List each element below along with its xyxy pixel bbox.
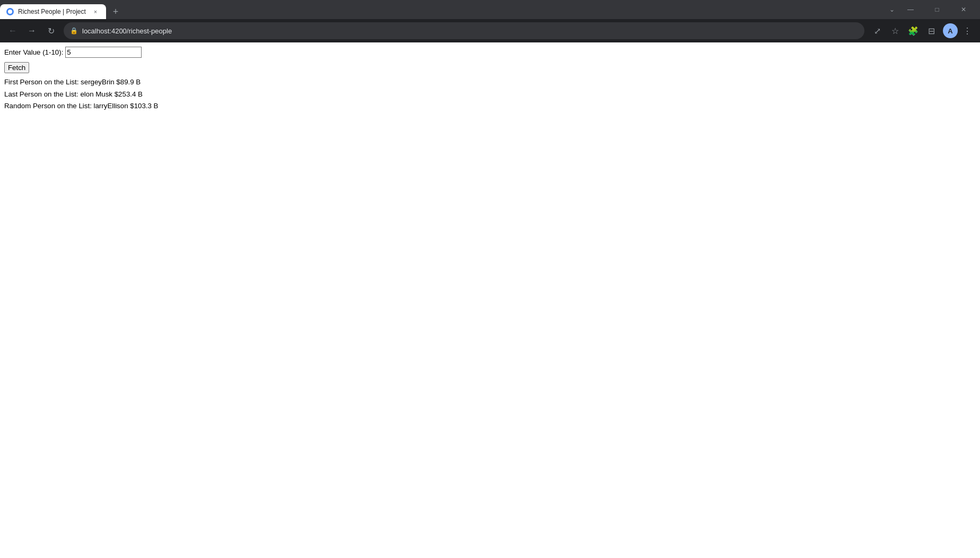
nav-bar: ← → ↻ 🔒 ⤢ ☆ 🧩 ⊟ A ⋮: [0, 19, 980, 42]
lock-icon: 🔒: [70, 27, 78, 34]
bookmark-icon: ☆: [891, 26, 899, 36]
extension-button[interactable]: 🧩: [905, 22, 922, 39]
back-button[interactable]: ←: [4, 22, 21, 39]
first-person-result: First Person on the List: sergeyBrin $89…: [4, 77, 976, 88]
random-person-result: Random Person on the List: larryEllison …: [4, 101, 976, 111]
nav-right-controls: ⤢ ☆ 🧩 ⊟ A ⋮: [869, 22, 976, 39]
new-tab-button[interactable]: +: [108, 4, 123, 19]
sidebar-icon: ⊟: [928, 26, 935, 36]
fetch-button[interactable]: Fetch: [4, 62, 29, 73]
close-button[interactable]: ✕: [951, 2, 976, 17]
tab-bar-controls: ⌄ — □ ✕: [888, 2, 980, 19]
maximize-button[interactable]: □: [925, 2, 949, 17]
url-input[interactable]: [82, 27, 858, 35]
profile-button[interactable]: A: [943, 23, 958, 38]
page-content: Enter Value (1-10): Fetch First Person o…: [0, 42, 980, 558]
menu-icon: ⋮: [963, 26, 972, 36]
reload-icon: ↻: [48, 26, 55, 36]
forward-icon: →: [28, 26, 36, 36]
tab-title: Richest People | Project: [18, 8, 87, 15]
share-button[interactable]: ⤢: [869, 22, 886, 39]
share-icon: ⤢: [874, 26, 881, 36]
input-row: Enter Value (1-10):: [4, 47, 976, 58]
address-bar[interactable]: 🔒: [64, 22, 864, 39]
tab-bar: Richest People | Project × + ⌄ — □ ✕: [0, 0, 980, 19]
last-person-result: Last Person on the List: elon Musk $253.…: [4, 90, 976, 100]
tab-favicon-icon: [6, 8, 14, 15]
input-label: Enter Value (1-10):: [4, 48, 63, 56]
back-icon: ←: [8, 26, 17, 36]
active-tab[interactable]: Richest People | Project ×: [0, 4, 106, 19]
extension-icon: 🧩: [908, 26, 918, 36]
value-input[interactable]: [65, 47, 142, 58]
browser-chrome: Richest People | Project × + ⌄ — □ ✕ ← →…: [0, 0, 980, 42]
tab-close-button[interactable]: ×: [91, 7, 100, 16]
sidebar-button[interactable]: ⊟: [923, 22, 940, 39]
forward-button[interactable]: →: [23, 22, 40, 39]
fetch-button-row: Fetch: [4, 62, 976, 73]
menu-button[interactable]: ⋮: [959, 22, 976, 39]
tab-dropdown-icon[interactable]: ⌄: [888, 5, 896, 14]
bookmark-button[interactable]: ☆: [887, 22, 904, 39]
minimize-button[interactable]: —: [898, 2, 923, 17]
reload-button[interactable]: ↻: [42, 22, 59, 39]
